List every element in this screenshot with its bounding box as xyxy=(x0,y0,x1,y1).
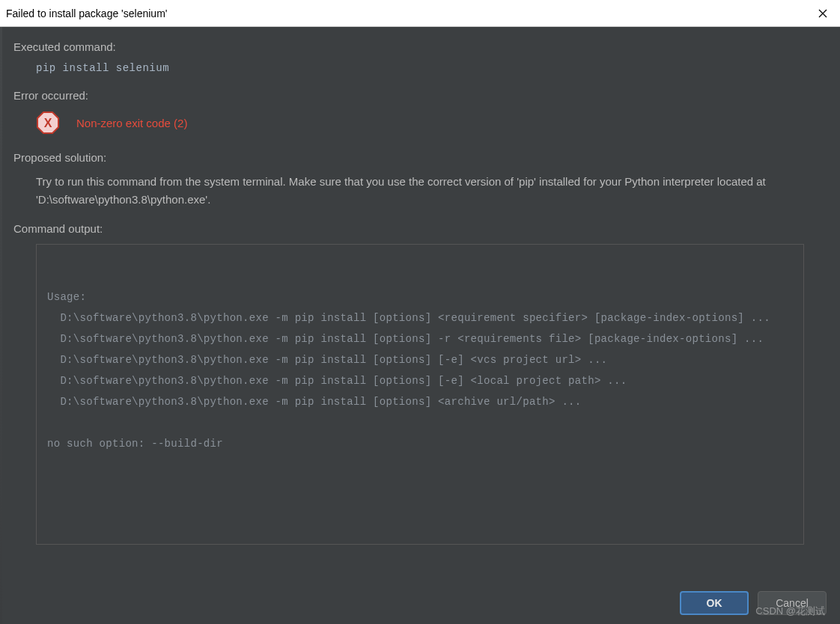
error-icon: X xyxy=(36,111,60,135)
output-line: no such option: --build-dir xyxy=(47,433,793,454)
output-line: D:\software\python3.8\python.exe -m pip … xyxy=(47,308,793,328)
proposed-solution-text: Try to run this command from the system … xyxy=(13,173,827,209)
output-line: D:\software\python3.8\python.exe -m pip … xyxy=(47,349,793,370)
executed-command-value: pip install selenium xyxy=(13,62,827,74)
ok-button[interactable]: OK xyxy=(680,591,749,615)
dialog-content: Executed command: pip install selenium E… xyxy=(0,27,840,545)
output-line: D:\software\python3.8\python.exe -m pip … xyxy=(47,328,793,349)
command-output-label: Command output: xyxy=(13,222,827,235)
command-output-box[interactable]: Usage: D:\software\python3.8\python.exe … xyxy=(36,244,804,545)
window-title: Failed to install package 'selenium' xyxy=(6,7,167,19)
left-edge-decoration xyxy=(0,27,2,624)
svg-text:X: X xyxy=(44,117,52,129)
cancel-button[interactable]: Cancel xyxy=(758,591,827,615)
titlebar: Failed to install package 'selenium' xyxy=(0,0,840,27)
error-message: Non-zero exit code (2) xyxy=(76,117,187,129)
output-line: D:\software\python3.8\python.exe -m pip … xyxy=(47,370,793,391)
output-line xyxy=(47,412,793,433)
output-line: D:\software\python3.8\python.exe -m pip … xyxy=(47,391,793,412)
close-button[interactable] xyxy=(806,0,840,27)
executed-command-label: Executed command: xyxy=(13,40,827,53)
error-row: X Non-zero exit code (2) xyxy=(13,111,827,135)
close-icon xyxy=(818,9,827,18)
dialog-buttons: OK Cancel xyxy=(680,591,827,615)
error-occurred-label: Error occurred: xyxy=(13,89,827,102)
proposed-solution-label: Proposed solution: xyxy=(13,151,827,164)
output-line: Usage: xyxy=(47,287,793,308)
